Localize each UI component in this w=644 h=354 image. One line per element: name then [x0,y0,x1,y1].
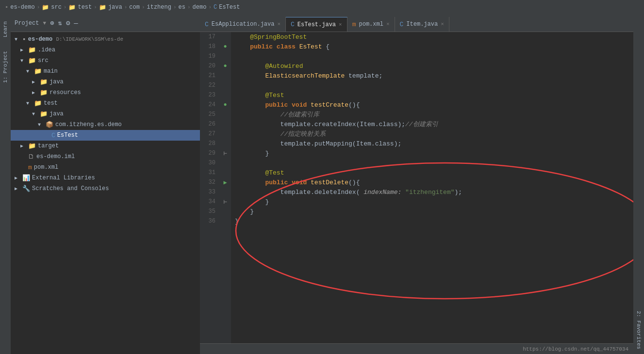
code-token: @Autowired [265,63,303,70]
code-token [235,111,281,118]
ln-36: 36 [200,216,219,226]
tab-label-estest: EsTest.java [297,21,336,28]
tab-close-esapplication[interactable]: × [277,21,281,27]
tree-item-java-main[interactable]: ▶ 📁 java [11,77,200,87]
code-line-36: } [235,216,629,226]
tree-label-es-demo: es-demo D:\IDEAWORK\SSM\es-de [28,36,123,43]
code-line-31: @Test [235,168,629,177]
code-token: ); [455,189,462,196]
tab-pom[interactable]: m pom.xml × [347,17,395,32]
tree-icon-estest: C [51,132,55,139]
gutter-19 [219,51,231,61]
code-token: //创建索引 [405,120,438,129]
code-line-26: template.createIndex(Item.class);//创建索引 [235,119,629,129]
ln-24: 24 [200,100,219,110]
code-token: } [265,198,269,206]
side-panel-right: 2: Favorites [633,15,644,354]
code-token: @Test [265,169,284,177]
side-label-favorites[interactable]: 2: Favorites [636,311,642,349]
run-icon-32[interactable]: ▶ [223,179,227,186]
breadcrumb-test[interactable]: test [78,4,92,11]
breadcrumb-com[interactable]: com [129,4,140,11]
tree-item-es-demo[interactable]: ▼ ▪ es-demo D:\IDEAWORK\SSM\es-de [11,34,200,45]
code-token: //指定映射关系 [281,129,326,138]
tree-label-main: main [44,68,58,75]
breadcrumb-java[interactable]: java [108,4,122,11]
tab-esapplication[interactable]: C EsApplication.java × [200,17,286,32]
ln-26: 26 [200,119,219,129]
sidebar-header: Project ▼ ⊕ ⇅ ⚙ — [11,15,200,32]
sidebar-header-icons: ⊕ ⇅ ⚙ — [50,19,78,27]
tree-item-resources[interactable]: ▶ 📁 resources [11,87,200,98]
tree-item-idea[interactable]: ▶ 📁 .idea [11,45,200,55]
tab-close-estest[interactable]: × [339,22,342,28]
tree-item-external-libs[interactable]: ▶ 📊 External Libraries [11,173,200,183]
code-line-35: } [235,207,629,216]
breadcrumb-folder-icon-java: 📁 [99,4,106,11]
tree-item-target[interactable]: ▶ 📁 target [11,141,200,151]
breadcrumb-itzheng[interactable]: itzheng [147,4,171,11]
tree-label-estest: EsTest [57,132,78,139]
tree-icon-idea: 📁 [28,46,36,54]
tree-icon-main: 📁 [34,67,42,75]
breadcrumb-es[interactable]: es [179,4,185,11]
tree-item-test[interactable]: ▼ 📁 test [11,98,200,109]
status-bar: https://blog.csdn.net/qq_44757034 [200,343,633,354]
code-token: (){ [348,179,360,186]
tab-label-pom: pom.xml [359,21,383,28]
ln-31: 31 [200,168,219,177]
tree-item-java-test[interactable]: ▼ 📁 java [11,109,200,119]
breadcrumb-es-demo[interactable]: es-demo [10,4,34,11]
code-token: public [250,43,277,50]
tree-item-src[interactable]: ▼ 📁 src [11,55,200,66]
code-line-22 [235,80,629,90]
gutter-25 [219,110,231,119]
sidebar-icon-plus[interactable]: ⊕ [50,19,54,27]
tree-item-com-pkg[interactable]: ▼ 📦 com.itzheng.es.demo [11,119,200,130]
sidebar-icon-equalizer[interactable]: ⇅ [58,19,62,27]
code-line-30 [235,158,629,168]
breadcrumb: ▪ es-demo › 📁 src › 📁 test › 📁 java › co… [0,0,644,15]
tab-icon-estest: C [291,21,295,28]
side-label-learn[interactable]: Learn [1,19,9,39]
tree-arrow-pom [20,165,26,170]
tree-icon-com-pkg: 📦 [46,121,53,129]
gutter-33 [219,187,231,197]
code-line-33: template.deleteIndex( indexName: "itzhen… [235,187,629,197]
ln-18: 18 [200,42,219,51]
tree-item-estest[interactable]: C EsTest [11,130,200,141]
tree-item-scratches[interactable]: ▶ 🔧 Scratches and Consoles [11,183,200,194]
breadcrumb-src[interactable]: src [51,4,62,11]
code-token: template; [345,72,382,80]
ln-22: 22 [200,80,219,90]
code-token: //创建索引库 [281,110,320,119]
code-token: indexName: [360,189,405,196]
breadcrumb-folder-icon-src: 📁 [42,4,49,11]
tab-item[interactable]: C Item.java × [395,17,449,32]
code-token [235,169,265,177]
tree-item-iml[interactable]: 🗋 es-demo.iml [11,151,200,162]
sidebar-icon-settings[interactable]: ⚙ [66,19,70,27]
tree-icon-pom: m [28,164,32,171]
tree-arrow-iml [20,154,26,160]
tree-icon-scratches: 🔧 [22,185,30,193]
code-token: public [265,179,292,186]
breadcrumb-demo[interactable]: demo [193,4,207,11]
sidebar-icon-minus[interactable]: — [74,19,78,27]
tree-item-pom[interactable]: m pom.xml [11,162,200,173]
gutter-21 [219,71,231,80]
gutter-20: ● [219,61,231,71]
tab-estest[interactable]: C EsTest.java × [286,17,347,32]
code-token: class [277,43,299,50]
tab-close-pom[interactable]: × [386,21,390,27]
ln-25: 25 [200,110,219,119]
side-label-project[interactable]: 1: Project [1,49,9,85]
tree-arrow-src: ▼ [20,58,26,64]
tab-close-item[interactable]: × [441,21,444,27]
breadcrumb-estest[interactable]: EsTest [219,4,240,11]
ln-19: 19 [200,51,219,61]
code-editor: 17 18 19 20 21 22 23 24 25 26 27 28 29 3… [200,32,633,343]
tree-item-main[interactable]: ▼ 📁 main [11,66,200,77]
code-content[interactable]: @SpringBootTest public class EsTest { @A… [231,32,633,343]
tree-label-test: test [44,100,58,107]
